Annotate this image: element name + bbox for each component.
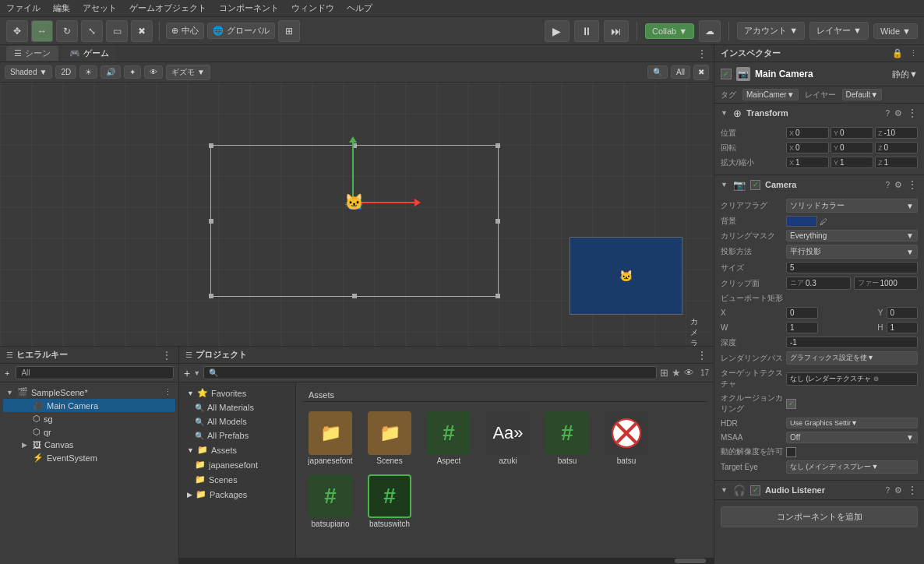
bg-color-picker-icon[interactable]: 🖊	[820, 217, 827, 226]
static-dropdown[interactable]: 静的▼	[892, 69, 918, 80]
play-button[interactable]: ▶	[545, 20, 570, 42]
scale-tool-btn[interactable]: ⤡	[81, 20, 103, 42]
hierarchy-item-sg[interactable]: ⬡ sg	[3, 412, 175, 425]
transform-header[interactable]: ▼ ⊕ Transform ? ⚙ ⋮	[714, 104, 924, 122]
scenes-folder[interactable]: 📁 Scenes	[182, 472, 292, 487]
audio-listener-more-icon[interactable]: ⋮	[907, 484, 918, 496]
viewport-w-field[interactable]: 1	[786, 322, 818, 333]
project-search-input[interactable]	[203, 366, 657, 379]
pivot-toggle[interactable]: ⊕ 中心	[166, 23, 204, 39]
rotate-tool-btn[interactable]: ↻	[56, 20, 78, 42]
inspector-lock-icon[interactable]: 🔒	[892, 48, 903, 58]
gizmo-toggle[interactable]: 👁	[144, 65, 163, 79]
scene-options-icon[interactable]: ⋮	[164, 387, 172, 397]
menu-file[interactable]: ファイル	[6, 2, 41, 14]
all-materials-item[interactable]: 🔍 All Materials	[182, 400, 292, 414]
2d-toggle[interactable]: 2D	[55, 65, 76, 79]
project-scrollbar-thumb[interactable]	[675, 559, 706, 563]
scene-tab-more-icon[interactable]: ⋮	[697, 48, 707, 60]
pos-z-field[interactable]: Z -10	[875, 127, 918, 139]
gizmo-dropdown[interactable]: ギズモ ▼	[166, 65, 210, 80]
layout-button[interactable]: Wide ▼	[873, 23, 918, 39]
scale-z-field[interactable]: Z 1	[875, 157, 918, 168]
target-tex-field[interactable]: なし (レンダーテクスチャ ⊙	[786, 372, 918, 386]
camera-comp-header[interactable]: ▼ 📷 ✓ Camera ? ⚙ ⋮	[714, 175, 924, 194]
hierarchy-item-canvas[interactable]: ▶ 🖼 Canvas	[3, 439, 175, 451]
light-toggle[interactable]: ☀	[79, 65, 97, 79]
hierarchy-more-icon[interactable]: ⋮	[161, 349, 172, 361]
asset-item-batsu1[interactable]: # batsu	[539, 408, 595, 468]
game-tab[interactable]: 🎮 ゲーム	[62, 46, 117, 61]
audio-listener-checkbox[interactable]: ✓	[750, 485, 760, 495]
menu-help[interactable]: ヘルプ	[347, 2, 372, 14]
pos-x-field[interactable]: X 0	[786, 127, 829, 139]
rot-z-field[interactable]: Z 0	[875, 142, 918, 153]
asset-item-azuki[interactable]: Aa» azuki	[480, 408, 536, 468]
viewport-h-field[interactable]: 1	[887, 322, 919, 333]
rot-y-field[interactable]: Y 0	[831, 142, 873, 153]
proj-icon-1[interactable]: ⊞	[660, 367, 668, 379]
proj-icon-3[interactable]: 👁	[684, 367, 694, 379]
fx-toggle[interactable]: ✦	[124, 65, 141, 79]
scene-options-btn[interactable]: ✖	[693, 65, 709, 80]
hierarchy-item-eventsystem[interactable]: ⚡ EventSystem	[3, 451, 175, 464]
hierarchy-item-main-camera[interactable]: 🎥 Main Camera	[3, 399, 175, 412]
asset-item-japanesefont[interactable]: 📁 japanesefont	[302, 408, 358, 468]
pos-y-field[interactable]: Y 0	[831, 127, 873, 139]
collab-button[interactable]: Collab ▼	[645, 23, 694, 39]
depth-field[interactable]: -1	[786, 337, 918, 348]
bg-color-swatch[interactable]	[786, 216, 817, 227]
add-hierarchy-btn[interactable]: +	[5, 368, 12, 378]
clear-flags-dropdown[interactable]: ソリッドカラー ▼	[786, 199, 918, 213]
menu-assets[interactable]: アセット	[83, 2, 117, 14]
tag-dropdown[interactable]: MainCamer▼	[742, 89, 799, 100]
hand-tool-btn[interactable]: ✥	[6, 20, 28, 42]
japanesefont-folder[interactable]: 📁 japanesefont	[182, 457, 292, 472]
layer-button[interactable]: レイヤー ▼	[809, 22, 869, 40]
shading-dropdown[interactable]: Shaded ▼	[5, 65, 52, 79]
transform-settings-icon[interactable]: ⚙	[894, 108, 902, 118]
audio-listener-help-icon[interactable]: ?	[885, 486, 890, 495]
project-more-icon[interactable]: ⋮	[697, 349, 707, 361]
space-toggle[interactable]: 🌐 グローバル	[207, 23, 275, 39]
transform-tool-btn[interactable]: ✖	[131, 20, 153, 42]
move-tool-btn[interactable]: ↔	[31, 20, 53, 42]
rect-tool-btn[interactable]: ▭	[106, 20, 128, 42]
size-field[interactable]: 5	[786, 262, 918, 273]
add-project-chevron[interactable]: ▼	[193, 369, 200, 377]
hdr-dropdown[interactable]: Use Graphics Settir▼	[786, 418, 918, 428]
menu-gameobject[interactable]: ゲームオブジェクト	[129, 2, 206, 14]
packages-folder-item[interactable]: ▶ 📁 Packages	[182, 487, 292, 502]
hierarchy-search[interactable]: All	[16, 366, 174, 379]
inspector-more-icon[interactable]: ⋮	[909, 48, 918, 58]
audio-listener-settings-icon[interactable]: ⚙	[894, 485, 902, 495]
pause-button[interactable]: ⏸	[574, 20, 599, 42]
asset-item-batsuswitch[interactable]: # batsuswitch	[361, 471, 418, 531]
hierarchy-item-qr[interactable]: ⬡ qr	[3, 425, 175, 439]
audio-listener-header[interactable]: ▼ 🎧 ✓ Audio Listener ? ⚙ ⋮	[714, 481, 924, 499]
asset-item-scenes[interactable]: 📁 Scenes	[361, 408, 418, 468]
assets-folder-item[interactable]: ▼ 📁 Assets	[182, 442, 292, 457]
project-scrollbar[interactable]	[179, 558, 714, 564]
menu-component[interactable]: コンポーネント	[219, 2, 279, 14]
viewport-y-field[interactable]: 0	[887, 307, 919, 319]
viewport-x-field[interactable]: 0	[786, 307, 818, 319]
audio-toggle[interactable]: 🔊	[101, 65, 121, 79]
proj-icon-2[interactable]: ★	[672, 367, 681, 379]
step-button[interactable]: ⏭	[604, 20, 629, 42]
asset-item-batsupiano[interactable]: # batsupiano	[302, 471, 358, 531]
all-prefabs-item[interactable]: 🔍 All Prefabs	[182, 428, 292, 442]
menu-edit[interactable]: 編集	[53, 2, 70, 14]
asset-item-aspect[interactable]: # Aspect	[421, 408, 477, 468]
scene-search-icon[interactable]: 🔍	[647, 65, 668, 79]
cloud-button[interactable]: ☁	[699, 20, 721, 42]
transform-help-icon[interactable]: ?	[885, 109, 890, 118]
projection-dropdown[interactable]: 平行投影 ▼	[786, 245, 918, 259]
object-enabled-checkbox[interactable]: ✓	[721, 69, 732, 79]
scene-search-field[interactable]: All	[671, 65, 690, 79]
scale-x-field[interactable]: X 1	[786, 157, 829, 168]
rendering-path-dropdown[interactable]: グラフィックス設定を使▼	[786, 351, 918, 365]
dynamic-res-checkbox[interactable]	[786, 447, 796, 457]
menu-window[interactable]: ウィンドウ	[291, 2, 334, 14]
account-button[interactable]: アカウント ▼	[737, 22, 805, 40]
